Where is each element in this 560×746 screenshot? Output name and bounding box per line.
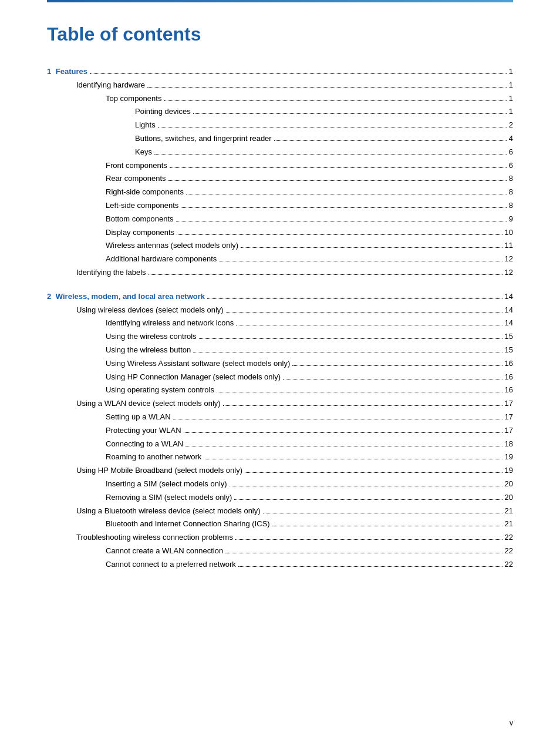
page-number: 22	[505, 559, 513, 571]
page-number: 9	[509, 213, 513, 226]
page-number: 14	[505, 317, 513, 330]
page-number: 16	[505, 371, 513, 384]
dots	[283, 379, 502, 379]
toc-entry: Wireless antennas (select models only)11	[47, 240, 513, 252]
dots	[274, 140, 507, 141]
toc-entry: Rear components8	[47, 173, 513, 185]
page-number: 17	[505, 411, 513, 424]
toc-entry: Connecting to a WLAN18	[47, 438, 513, 451]
toc-entry: Identifying the labels12	[47, 267, 513, 279]
dots	[173, 419, 502, 419]
entry-text: Bluetooth and Internet Connection Sharin…	[106, 518, 270, 530]
dots	[235, 539, 502, 540]
entry-text: Troubleshooting wireless connection prob…	[76, 532, 233, 544]
page-number: 19	[505, 465, 513, 477]
dots	[230, 486, 502, 486]
toc-entry: Using operating system controls16	[47, 384, 513, 396]
page-number: 22	[505, 545, 513, 557]
toc-entry: Using Wireless Assistant software (selec…	[47, 358, 513, 370]
entry-text: Using wireless devices (select models on…	[76, 304, 224, 317]
dots	[223, 405, 502, 406]
entry-text: Display components	[106, 227, 174, 239]
chapter-text: 2 Wireless, modem, and local area networ…	[47, 291, 205, 303]
dots	[234, 499, 502, 500]
dots	[181, 207, 506, 208]
dots	[154, 154, 507, 154]
page-footer: v	[510, 718, 513, 728]
toc-entry: Display components10	[47, 227, 513, 239]
entry-text: Pointing devices	[135, 106, 191, 118]
dots	[149, 274, 502, 275]
entry-text: Left-side components	[106, 200, 178, 212]
toc-entry: Inserting a SIM (select models only)20	[47, 478, 513, 490]
entry-text: Front components	[106, 160, 167, 172]
entry-text: Using Wireless Assistant software (selec…	[106, 358, 290, 370]
page-number: 11	[505, 240, 513, 252]
entry-text: Identifying the labels	[76, 267, 146, 279]
dots	[164, 100, 506, 101]
page-number: 15	[505, 344, 513, 357]
dots	[225, 553, 502, 553]
page-number: 8	[509, 173, 513, 185]
dots	[236, 325, 502, 325]
page-number: 17	[505, 425, 513, 437]
dots	[193, 113, 507, 114]
toc-entry: Removing a SIM (select models only)20	[47, 492, 513, 504]
page-number: 18	[505, 438, 513, 451]
toc-entry: Keys6	[47, 146, 513, 159]
page-number: 1	[509, 93, 513, 105]
dots	[158, 127, 507, 127]
dots	[219, 261, 502, 261]
dots	[147, 87, 507, 88]
toc-entry: Left-side components8	[47, 200, 513, 212]
toc-entry: Using HP Connection Manager (select mode…	[47, 371, 513, 384]
toc-entry: Troubleshooting wireless connection prob…	[47, 532, 513, 544]
dots	[217, 392, 502, 392]
page-number: 20	[505, 492, 513, 504]
page-number: 8	[509, 200, 513, 212]
chapter-number: 2	[47, 292, 53, 301]
dots	[193, 352, 502, 352]
chapter-entry: 2 Wireless, modem, and local area networ…	[47, 291, 513, 303]
entry-text: Bottom components	[106, 213, 174, 226]
page-number: 16	[505, 358, 513, 370]
page: Table of contents 1 Features1Identifying…	[0, 0, 560, 746]
entry-text: Right-side components	[106, 186, 184, 199]
toc-entry: Using HP Mobile Broadband (select models…	[47, 465, 513, 477]
toc-entry: Top components1	[47, 93, 513, 105]
toc-entry: Using a WLAN device (select models only)…	[47, 398, 513, 410]
page-number: 4	[509, 133, 513, 145]
entry-text: Identifying wireless and network icons	[106, 317, 234, 330]
dots	[241, 247, 502, 248]
entry-text: Cannot create a WLAN connection	[106, 545, 223, 557]
dots	[263, 513, 502, 513]
toc-entry: Pointing devices1	[47, 106, 513, 118]
toc-entry: Identifying hardware1	[47, 79, 513, 92]
page-number: 12	[505, 267, 513, 279]
footer-page-number: v	[510, 719, 513, 727]
page-number: 21	[505, 505, 513, 518]
entry-text: Setting up a WLAN	[106, 411, 171, 424]
entry-text: Connecting to a WLAN	[106, 438, 183, 451]
dots	[226, 312, 502, 312]
chapter-text: 1 Features	[47, 66, 87, 78]
page-number: 6	[509, 160, 513, 172]
entry-text: Roaming to another network	[106, 451, 201, 463]
entry-text: Top components	[106, 93, 161, 105]
page-number: 2	[509, 119, 513, 132]
toc-entry: Right-side components8	[47, 186, 513, 199]
toc-entry: Front components6	[47, 160, 513, 172]
toc-entry: Setting up a WLAN17	[47, 411, 513, 424]
dots	[204, 459, 502, 459]
dots	[90, 73, 507, 74]
entry-text: Using operating system controls	[106, 384, 214, 396]
page-number: 16	[505, 384, 513, 396]
dots	[184, 432, 502, 433]
page-number: 6	[509, 146, 513, 159]
toc-entry: Using a Bluetooth wireless device (selec…	[47, 505, 513, 518]
entry-text: Using the wireless controls	[106, 331, 197, 343]
entry-text: Inserting a SIM (select models only)	[106, 478, 227, 490]
entry-text: Protecting your WLAN	[106, 425, 181, 437]
chapter-title: Features	[56, 67, 87, 76]
toc-entry: Bottom components9	[47, 213, 513, 226]
